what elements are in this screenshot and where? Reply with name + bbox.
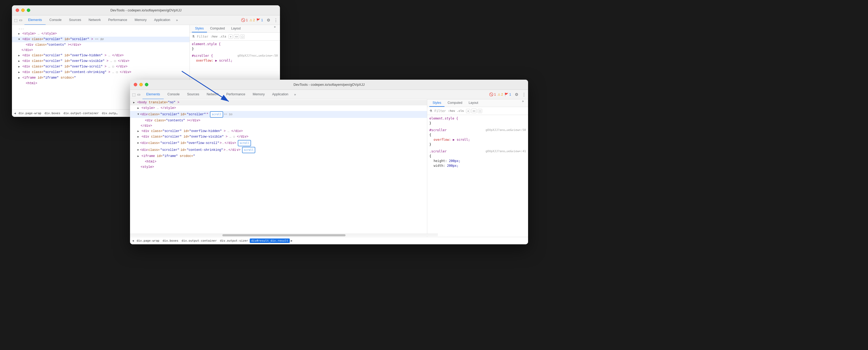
error-count-1: 🚫 1: [241, 18, 248, 22]
tab-sources-1[interactable]: Sources: [65, 16, 85, 25]
elements-tree-2[interactable]: ▶ <body translate="no" > ▶ <style> … </s…: [130, 99, 427, 237]
tree-overflow-visible-1[interactable]: ▶ <div class="scroller" id="overflow-vis…: [12, 58, 189, 64]
breadcrumb-output-container-2[interactable]: div.output-container: [180, 238, 218, 243]
tab-computed-1[interactable]: Computed: [207, 25, 228, 32]
tab-memory-1[interactable]: Memory: [131, 16, 150, 25]
more-style-tabs-2[interactable]: »: [520, 99, 526, 107]
more-options-icon-1[interactable]: ⋮: [274, 18, 278, 23]
more-tabs-1[interactable]: »: [174, 18, 180, 22]
tree-content-shrinking-2[interactable]: ▶ <div class="scroller" id="content-shri…: [130, 147, 427, 153]
more-tabs-2[interactable]: »: [292, 93, 298, 96]
tab-styles-1[interactable]: Styles: [192, 25, 207, 32]
tab-memory-2[interactable]: Memory: [249, 90, 268, 99]
error-icon-2: 🚫: [489, 92, 493, 96]
tree-style-2[interactable]: ▶ <style> … </style>: [130, 106, 427, 111]
css-url-1: gOVpXJJ?noc…ue&view=:50: [238, 53, 278, 58]
breadcrumb-output-sizer-2[interactable]: div.output-sizer: [218, 238, 250, 243]
filter-label-2: Filter: [434, 109, 446, 113]
tree-contents-1[interactable]: <div class="contents" ></div>: [12, 42, 189, 48]
filter-plus-btn-1[interactable]: +: [228, 34, 233, 39]
tree-closediv-1[interactable]: </div>: [12, 48, 189, 53]
tab-network-2[interactable]: Network: [203, 90, 223, 99]
tree-contents-2[interactable]: <div class="contents" ></div>: [130, 118, 427, 123]
tree-content-shrinking-1[interactable]: ▶ <div class="scroller" id="content-shri…: [12, 69, 189, 75]
tree-body-2[interactable]: ▶ <body translate="no" >: [130, 100, 427, 106]
filter-label-1: Filter: [197, 35, 208, 38]
tab-performance-1[interactable]: Performance: [104, 16, 131, 25]
element-picker-icon-2[interactable]: ⬚: [132, 92, 135, 97]
settings-icon-1[interactable]: ⚙: [267, 18, 270, 23]
minimize-button-2[interactable]: [139, 83, 143, 86]
css-scroller-rule-2: #scroller gOVpXJJ?ano…ue&view=:50 { over…: [427, 127, 528, 148]
tree-overflow-visible-2[interactable]: ▶ <div class="scroller" id="overflow-vis…: [130, 134, 427, 140]
tab-console-2[interactable]: Console: [164, 90, 183, 99]
breadcrumb-result-div-2[interactable]: div#result_div.result: [250, 238, 290, 243]
styles-panel-2: Styles Computed Layout » ⚗ Filter :hov .…: [427, 99, 528, 237]
scrollbar-thumb-2[interactable]: [222, 234, 345, 236]
close-button-2[interactable]: [134, 83, 137, 86]
tab-computed-2[interactable]: Computed: [444, 99, 465, 107]
tree-overflow-hidden-2[interactable]: ▶ <div class="scroller" id="overflow-hid…: [130, 128, 427, 134]
tree-style-1[interactable]: ▶ <style> … </style>: [12, 31, 189, 37]
tree-scroller-2[interactable]: ▼ <div class="scroller" id="scroller" " …: [130, 111, 427, 118]
more-options-icon-2[interactable]: ⋮: [522, 92, 526, 97]
filter-device-btn-2[interactable]: ▭: [471, 109, 476, 113]
tab-application-2[interactable]: Application: [268, 90, 292, 99]
settings-icon-2[interactable]: ⚙: [515, 92, 518, 97]
tab-application-1[interactable]: Application: [150, 16, 174, 25]
element-picker-icon[interactable]: ⬚: [14, 18, 18, 22]
breadcrumb-arrow-left[interactable]: ◀: [14, 112, 16, 115]
css-value-width: 200px;: [447, 164, 459, 168]
tree-overflow-hidden-1[interactable]: ▶ <div class="scroller" id="overflow-hid…: [12, 53, 189, 58]
maximize-button-2[interactable]: [145, 83, 148, 86]
breadcrumb-2: ◀ div.page-wrap div.boxes div.output-con…: [130, 237, 528, 244]
tab-console-1[interactable]: Console: [45, 16, 65, 25]
tree-html-2[interactable]: <html>: [130, 159, 427, 164]
breadcrumb-page-wrap-1[interactable]: div.page-wrap: [17, 111, 43, 116]
tab-performance-2[interactable]: Performance: [223, 90, 249, 99]
filter-plus-btn-2[interactable]: +: [466, 109, 470, 113]
more-style-tabs-1[interactable]: »: [272, 25, 278, 32]
tab-network-1[interactable]: Network: [85, 16, 104, 25]
minimize-button-1[interactable]: [21, 8, 25, 12]
tree-scroller-1[interactable]: ▼ <div class="scroller" id="scroller" > …: [12, 37, 189, 42]
css-element-style-2: element.style { }: [427, 115, 528, 127]
tab-elements-2[interactable]: Elements: [143, 90, 164, 99]
filter-hov-cls-2: :hov .cls: [448, 109, 464, 113]
breadcrumb-arrow-right-2[interactable]: ▶: [291, 239, 293, 242]
css-value-2: ▶ scroll;: [453, 138, 470, 142]
breadcrumb-page-wrap-2[interactable]: div.page-wrap: [135, 238, 161, 243]
scrollbar-track-2[interactable]: [130, 234, 427, 236]
tab-elements-1[interactable]: Elements: [24, 16, 45, 25]
filter-device-btn-1[interactable]: ▭: [234, 34, 239, 39]
breadcrumb-arrow-left-2[interactable]: ◀: [132, 239, 134, 242]
css-overflow-rule-2: overflow: ▶ scroll;: [429, 137, 526, 142]
element-style-close: }: [192, 47, 194, 51]
tab-styles-2[interactable]: Styles: [429, 99, 444, 107]
info-count-1: 🚩 1: [256, 18, 263, 22]
filter-toggle-btn-1[interactable]: □: [240, 34, 245, 39]
tree-iframe-2[interactable]: ▶ <iframe id="iframe" srcdoc=": [130, 153, 427, 159]
scroll-badge-overflow: scroll: [238, 140, 251, 146]
tabs-bar-1: ⬚ ▭ Elements Console Sources Network Per…: [12, 16, 280, 25]
breadcrumb-output-1[interactable]: div.outp…: [100, 111, 119, 116]
warning-icon-1: ⚠: [249, 18, 252, 22]
filter-icon-2: ⚗: [429, 109, 432, 113]
close-button-1[interactable]: [16, 8, 19, 12]
tree-style-3[interactable]: <style>: [130, 164, 427, 170]
tree-overflow-scroll-2[interactable]: ▶ <div class="scroller" id="overflow-scr…: [130, 140, 427, 147]
tree-closediv-2[interactable]: </div>: [130, 123, 427, 128]
filter-toggle-btn-2[interactable]: □: [478, 109, 482, 113]
breadcrumb-boxes-1[interactable]: div.boxes: [43, 111, 62, 116]
tab-layout-1[interactable]: Layout: [228, 25, 244, 32]
warning-icon-2: ⚠: [498, 93, 500, 96]
breadcrumb-boxes-2[interactable]: div.boxes: [161, 238, 180, 243]
breadcrumb-output-container-1[interactable]: div.output-container: [62, 111, 100, 116]
maximize-button-1[interactable]: [27, 8, 30, 12]
error-count-2: 🚫 1: [489, 92, 496, 96]
device-toggle-icon[interactable]: ▭: [19, 18, 22, 22]
tab-layout-2[interactable]: Layout: [465, 99, 482, 107]
device-toggle-icon-2[interactable]: ▭: [137, 92, 141, 96]
tab-sources-2[interactable]: Sources: [183, 90, 203, 99]
tree-overflow-scroll-1[interactable]: ▶ <div class="scroller" id="overflow-scr…: [12, 64, 189, 69]
